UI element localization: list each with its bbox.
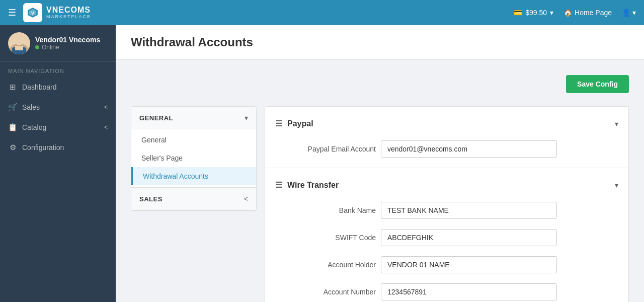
sales-label: Sales bbox=[22, 103, 40, 111]
wire-drag-icon: ☰ bbox=[275, 180, 282, 190]
account-holder-input[interactable] bbox=[381, 256, 557, 273]
username: Vendor01 Vnecoms bbox=[35, 36, 100, 44]
sales-section-title: SALES bbox=[139, 195, 163, 203]
hamburger-button[interactable]: ☰ bbox=[8, 7, 16, 18]
swift-code-label: SWIFT Code bbox=[275, 234, 376, 242]
content-area: Save Config GENERAL ▾ General Seller's P… bbox=[116, 60, 644, 302]
balance-display[interactable]: 💳 $99.50 ▾ bbox=[514, 9, 553, 17]
topnav: ☰ V VNECOMS MARKETPLACE 💳 $99.50 ▾ 🏠 Hom… bbox=[0, 0, 644, 25]
brand-sub: MARKETPLACE bbox=[46, 15, 91, 20]
dashboard-label: Dashboard bbox=[22, 83, 57, 91]
left-panel: GENERAL ▾ General Seller's Page Withdraw… bbox=[131, 106, 257, 211]
panel-section-general-header[interactable]: GENERAL ▾ bbox=[131, 107, 256, 129]
panel-item-general[interactable]: General bbox=[131, 131, 256, 149]
status-text: Online bbox=[42, 44, 59, 51]
user-status: Online bbox=[35, 44, 100, 51]
wire-chevron-icon: ▾ bbox=[615, 181, 618, 189]
paypal-section-header[interactable]: ☰ Paypal ▾ bbox=[265, 112, 628, 135]
panel-item-withdrawal-accounts[interactable]: Withdrawal Accounts bbox=[131, 167, 256, 185]
save-bar: Save Config bbox=[131, 70, 629, 98]
svg-point-4 bbox=[15, 36, 24, 45]
paypal-title: ☰ Paypal bbox=[275, 119, 313, 128]
wire-transfer-section: ☰ Wire Transfer ▾ Bank Name SWIFT Code bbox=[265, 173, 628, 302]
sidebar: Vendor01 Vnecoms Online MAIN NAVIGATION … bbox=[0, 25, 116, 302]
sidebar-item-configuration[interactable]: ⚙ Configuration bbox=[0, 137, 116, 158]
bank-name-input[interactable] bbox=[381, 202, 557, 219]
avatar bbox=[8, 32, 30, 54]
user-chevron: ▾ bbox=[632, 9, 636, 17]
settings-row: GENERAL ▾ General Seller's Page Withdraw… bbox=[131, 106, 629, 302]
panel-section-general-items: General Seller's Page Withdrawal Account… bbox=[131, 129, 256, 187]
home-icon: 🏠 bbox=[564, 9, 572, 17]
wire-transfer-title: ☰ Wire Transfer bbox=[275, 180, 339, 190]
panel-section-general: GENERAL ▾ General Seller's Page Withdraw… bbox=[131, 107, 256, 188]
configuration-label: Configuration bbox=[22, 143, 64, 152]
swift-code-row: SWIFT Code bbox=[265, 224, 628, 251]
wallet-icon: 💳 bbox=[514, 9, 522, 17]
page-title: Withdrawal Accounts bbox=[131, 35, 629, 49]
catalog-icon: 📋 bbox=[8, 123, 17, 132]
homepage-link[interactable]: 🏠 Home Page bbox=[564, 9, 612, 17]
general-chevron-icon: ▾ bbox=[245, 114, 248, 122]
balance-amount: $99.50 bbox=[525, 9, 547, 17]
sales-icon: 🛒 bbox=[8, 103, 17, 112]
nav-section-label: MAIN NAVIGATION bbox=[0, 62, 116, 77]
user-menu[interactable]: 👤 ▾ bbox=[622, 9, 636, 17]
svg-text:V: V bbox=[31, 10, 35, 16]
bank-name-label: Bank Name bbox=[275, 206, 376, 214]
swift-code-input[interactable] bbox=[381, 229, 557, 246]
logo-icon: V bbox=[23, 3, 42, 22]
configuration-icon: ⚙ bbox=[8, 143, 17, 152]
account-holder-label: Account Holder bbox=[275, 261, 376, 269]
paypal-drag-icon: ☰ bbox=[275, 119, 282, 128]
general-section-title: GENERAL bbox=[139, 114, 173, 122]
account-number-label: Account Number bbox=[275, 288, 376, 296]
paypal-email-input[interactable] bbox=[381, 140, 557, 158]
sidebar-item-sales[interactable]: 🛒 Sales < bbox=[0, 97, 116, 117]
paypal-section: ☰ Paypal ▾ Paypal Email Account bbox=[265, 112, 628, 168]
wire-transfer-title-text: Wire Transfer bbox=[287, 181, 339, 190]
logo: V VNECOMS MARKETPLACE bbox=[23, 3, 91, 22]
balance-chevron: ▾ bbox=[550, 9, 553, 17]
account-number-row: Account Number bbox=[265, 278, 628, 302]
panel-section-sales: SALES < bbox=[131, 188, 256, 210]
panel-section-sales-header[interactable]: SALES < bbox=[131, 188, 256, 210]
panel-item-sellers-page[interactable]: Seller's Page bbox=[131, 149, 256, 167]
status-dot bbox=[35, 45, 39, 49]
main-content: Withdrawal Accounts Save Config GENERAL … bbox=[116, 25, 644, 302]
sales-arrow: < bbox=[104, 104, 108, 111]
sidebar-item-dashboard[interactable]: ⊞ Dashboard bbox=[0, 77, 116, 97]
brand-name: VNECOMS bbox=[46, 6, 91, 15]
homepage-label: Home Page bbox=[575, 9, 612, 17]
account-number-input[interactable] bbox=[381, 283, 557, 300]
right-panel: ☰ Paypal ▾ Paypal Email Account bbox=[265, 106, 629, 302]
catalog-label: Catalog bbox=[22, 123, 46, 131]
catalog-arrow: < bbox=[104, 124, 108, 131]
paypal-email-row: Paypal Email Account bbox=[265, 135, 628, 163]
page-header: Withdrawal Accounts bbox=[116, 25, 644, 60]
sidebar-item-catalog[interactable]: 📋 Catalog < bbox=[0, 117, 116, 137]
user-icon: 👤 bbox=[622, 9, 630, 17]
sales-chevron-icon: < bbox=[244, 195, 248, 203]
paypal-title-text: Paypal bbox=[287, 119, 313, 128]
save-config-button[interactable]: Save Config bbox=[566, 75, 629, 93]
sidebar-user-profile: Vendor01 Vnecoms Online bbox=[0, 25, 116, 62]
user-info: Vendor01 Vnecoms Online bbox=[35, 36, 100, 51]
paypal-email-label: Paypal Email Account bbox=[275, 145, 376, 153]
svg-rect-6 bbox=[15, 46, 23, 50]
account-holder-row: Account Holder bbox=[265, 251, 628, 278]
paypal-chevron-icon: ▾ bbox=[615, 120, 618, 128]
dashboard-icon: ⊞ bbox=[8, 83, 17, 92]
bank-name-row: Bank Name bbox=[265, 197, 628, 224]
wire-transfer-header[interactable]: ☰ Wire Transfer ▾ bbox=[265, 173, 628, 197]
